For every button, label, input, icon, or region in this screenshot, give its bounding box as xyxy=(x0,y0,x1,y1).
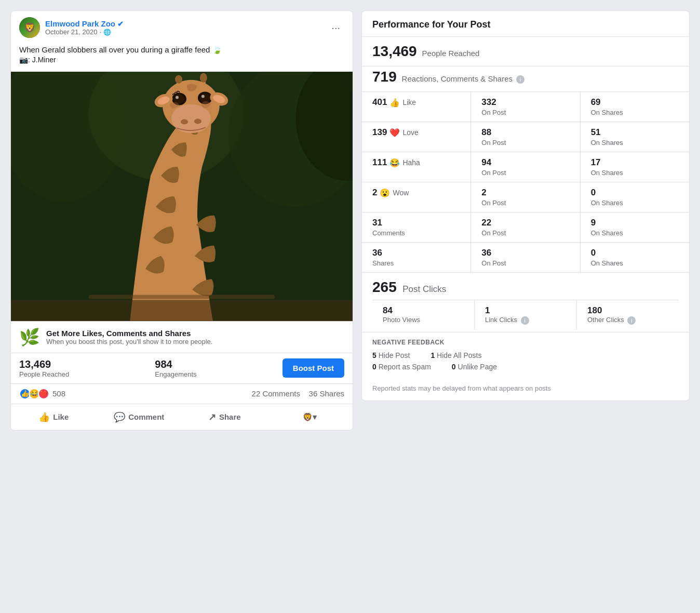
hide-all-label: Hide All Posts xyxy=(437,351,481,359)
hide-post-label: Hide Post xyxy=(379,351,410,359)
unlike-page-stat: 0 Unlike Page xyxy=(452,363,497,371)
wow-on-shares-label: On Shares xyxy=(591,199,679,207)
dot-separator: · xyxy=(99,28,101,36)
like-on-post-number: 332 xyxy=(481,97,569,108)
other-clicks-cell: 180 Other Clicks i xyxy=(577,300,679,330)
reactions-info-icon[interactable]: i xyxy=(516,75,524,84)
link-clicks-cell: 1 Link Clicks i xyxy=(475,300,577,330)
stats-cell-haha-on-shares: 17 On Shares xyxy=(581,152,689,182)
other-clicks-label-text: Other Clicks xyxy=(587,316,624,324)
shares-on-post-label: On Post xyxy=(481,259,569,267)
svg-point-13 xyxy=(200,93,210,102)
perf-reactions-total-number: 719 xyxy=(372,69,397,85)
stats-cell-haha-on-post: 94 On Post xyxy=(471,152,580,182)
like-label: Like xyxy=(402,98,416,106)
people-reached-number: 13,469 xyxy=(19,358,69,370)
like-on-shares-label: On Shares xyxy=(591,109,679,116)
love-on-shares-number: 51 xyxy=(591,127,679,138)
shares-count[interactable]: 36 Shares xyxy=(309,389,344,398)
shares-on-shares-number: 0 xyxy=(591,248,679,258)
stats-cell-comments-on-post: 22 On Post xyxy=(471,212,580,242)
post-date: October 21, 2020 xyxy=(45,28,97,36)
share-button[interactable]: ↗ Share xyxy=(183,407,266,427)
comments-count[interactable]: 22 Comments xyxy=(252,389,300,398)
wow-on-post-label: On Post xyxy=(481,199,569,207)
performance-panel: Performance for Your Post 13,469 People … xyxy=(361,10,690,401)
photo-views-label: Photo Views xyxy=(383,316,474,324)
boost-subtitle: When you boost this post, you'll show it… xyxy=(46,338,212,345)
love-total-number: 139 ❤️ Love xyxy=(372,127,460,138)
post-stats-bar: 👍 😂 ❤️ 508 22 Comments 36 Shares xyxy=(11,383,353,404)
more-options-button[interactable]: ··· xyxy=(327,20,344,36)
verified-badge: ✔ xyxy=(117,20,124,28)
profile-avatar-small: 🦁▾ xyxy=(303,412,317,422)
photo-credit: 📷: J.Miner xyxy=(19,55,344,65)
negative-feedback-title: NEGATIVE FEEDBACK xyxy=(372,339,679,346)
stats-cell-shares-on-shares: 0 On Shares xyxy=(581,243,689,272)
avatar: 🦁 xyxy=(19,17,40,38)
love-icon: ❤️ xyxy=(38,388,49,399)
svg-rect-23 xyxy=(11,300,353,321)
like-button-icon: 👍 xyxy=(38,411,50,423)
boost-row: 13,469 People Reached 984 Engagements Bo… xyxy=(11,353,353,383)
table-row: 2 😮 Wow 2 On Post 0 On Shares xyxy=(362,182,689,212)
report-spam-stat: 0 Report as Spam xyxy=(372,363,431,371)
share-button-label: Share xyxy=(219,412,241,421)
hide-all-posts-stat: 1 Hide All Posts xyxy=(430,351,481,359)
shares-count: 36 xyxy=(372,248,382,258)
svg-point-16 xyxy=(171,104,211,133)
post-text: When Gerald slobbers all over you during… xyxy=(11,42,353,72)
engagements-stat: 984 Engagements xyxy=(155,358,196,378)
haha-on-post-number: 94 xyxy=(481,157,569,168)
shares-on-shares-label: On Shares xyxy=(591,259,679,267)
hide-post-stat: 5 Hide Post xyxy=(372,351,410,359)
stats-cell-comments-on-shares: 9 On Shares xyxy=(581,212,689,242)
perf-people-reached-label: People Reached xyxy=(422,49,480,58)
boost-icon: 🌿 xyxy=(19,329,40,345)
unlike-page-label: Unlike Page xyxy=(458,363,497,371)
boost-banner: 🌿 Get More Likes, Comments and Shares Wh… xyxy=(11,321,353,353)
negative-feedback-section: NEGATIVE FEEDBACK 5 Hide Post 1 Hide All… xyxy=(362,332,689,380)
post-author-info: Elmwood Park Zoo ✔ October 21, 2020 · 🌐 xyxy=(45,19,124,36)
stats-cell-wow-on-shares: 0 On Shares xyxy=(581,182,689,212)
love-on-post-number: 88 xyxy=(481,127,569,138)
wow-emoji: 😮 xyxy=(380,188,390,198)
wow-on-post-number: 2 xyxy=(481,188,569,198)
comment-button-label: Comment xyxy=(128,412,164,421)
stats-grid: 401 👍 Like 332 On Post 69 On Shares xyxy=(362,91,689,272)
link-clicks-info-icon[interactable]: i xyxy=(521,316,529,325)
giraffe-image xyxy=(11,72,353,321)
stats-cell-wow-total: 2 😮 Wow xyxy=(362,182,471,212)
like-on-post-label: On Post xyxy=(481,109,569,116)
other-clicks-info-icon[interactable]: i xyxy=(627,316,636,325)
svg-point-17 xyxy=(181,119,188,124)
post-card: 🦁 Elmwood Park Zoo ✔ October 21, 2020 · … xyxy=(10,10,353,431)
stats-cell-love-total: 139 ❤️ Love xyxy=(362,122,471,152)
link-clicks-label-text: Link Clicks xyxy=(485,316,517,324)
people-reached-stat: 13,469 People Reached xyxy=(19,358,69,378)
boost-text-container: Get More Likes, Comments and Shares When… xyxy=(46,329,212,345)
reactions-left: 👍 😂 ❤️ 508 xyxy=(19,388,65,399)
like-button[interactable]: 👍 Like xyxy=(12,407,96,427)
people-reached-section: 13,469 People Reached xyxy=(362,37,689,66)
wow-label: Wow xyxy=(393,189,409,197)
photo-views-number: 84 xyxy=(383,305,474,316)
svg-point-15 xyxy=(201,95,205,98)
comment-button[interactable]: 💬 Comment xyxy=(98,407,181,427)
post-meta: October 21, 2020 · 🌐 xyxy=(45,28,124,36)
boost-post-button[interactable]: Boost Post xyxy=(282,358,344,378)
wow-count: 2 xyxy=(372,188,377,198)
comments-on-shares-number: 9 xyxy=(591,218,679,228)
post-clicks-number: 265 xyxy=(372,279,397,295)
shares-label: Shares xyxy=(372,259,460,267)
like-count: 401 xyxy=(372,97,387,108)
stats-cell-wow-on-post: 2 On Post xyxy=(471,182,580,212)
svg-point-9 xyxy=(200,73,207,82)
comments-on-post-number: 22 xyxy=(481,218,569,228)
svg-rect-24 xyxy=(89,295,275,299)
haha-emoji: 😂 xyxy=(389,158,400,168)
negative-feedback-row-2: 0 Report as Spam 0 Unlike Page xyxy=(372,363,679,371)
profile-action-button[interactable]: 🦁▾ xyxy=(268,407,352,427)
author-name[interactable]: Elmwood Park Zoo ✔ xyxy=(45,19,124,28)
stats-cell-like-on-shares: 69 On Shares xyxy=(581,92,689,122)
